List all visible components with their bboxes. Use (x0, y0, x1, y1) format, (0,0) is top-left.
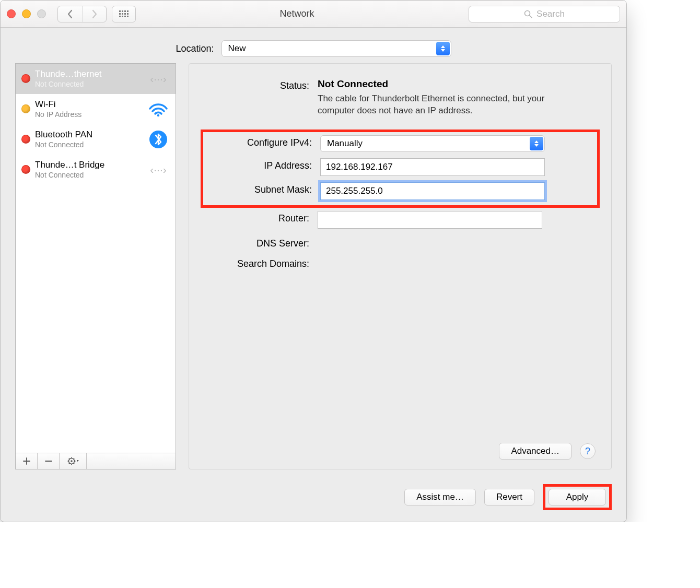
help-icon: ? (585, 446, 590, 457)
ethernet-icon: ‹···› (147, 72, 169, 86)
status-description: The cable for Thunderbolt Ethernet is co… (318, 93, 558, 117)
connection-name: Thunde…t Bridge (35, 160, 142, 170)
assist-me-button[interactable]: Assist me… (404, 489, 476, 505)
nav-segment (57, 6, 107, 22)
subnet-mask-label: Subnet Mask: (207, 182, 312, 195)
minimize-window-button[interactable] (22, 9, 31, 18)
wifi-icon (147, 101, 169, 117)
minus-icon (45, 457, 52, 465)
action-menu-button[interactable] (60, 453, 87, 469)
status-value: Not Connected (318, 78, 596, 90)
location-label: Location: (176, 43, 214, 54)
ip-address-input[interactable] (320, 158, 545, 176)
chevron-left-icon (66, 9, 74, 19)
search-field[interactable]: Search (469, 6, 620, 22)
svg-line-1 (530, 15, 532, 18)
search-domains-label: Search Domains: (205, 256, 309, 269)
status-dot-icon (22, 75, 30, 83)
configure-ipv4-select[interactable]: Manually (320, 135, 545, 152)
gear-icon (67, 457, 79, 465)
bottom-button-bar: Assist me… Revert Apply (1, 476, 626, 522)
dns-label: DNS Server: (205, 236, 309, 249)
updown-caret-icon (530, 137, 543, 150)
ethernet-icon: ‹···› (147, 163, 169, 177)
connection-status: Not Connected (35, 140, 142, 149)
connection-item-bluetooth-pan[interactable]: Bluetooth PAN Not Connected (16, 124, 176, 155)
status-dot-icon (22, 105, 30, 113)
search-icon (524, 10, 532, 18)
apply-button[interactable]: Apply (549, 489, 606, 505)
ip-address-label: IP Address: (207, 158, 312, 171)
connection-name: Bluetooth PAN (35, 130, 142, 140)
subnet-mask-input[interactable] (320, 182, 545, 200)
search-placeholder: Search (536, 9, 565, 19)
status-row: Status: Not Connected The cable for Thun… (205, 78, 596, 117)
detail-panel: Status: Not Connected The cable for Thun… (189, 63, 612, 469)
status-dot-icon (22, 135, 30, 143)
status-dot-icon (22, 166, 30, 173)
svg-point-3 (157, 114, 159, 116)
updown-caret-icon (436, 42, 450, 55)
connection-item-thunderbolt-bridge[interactable]: Thunde…t Bridge Not Connected ‹···› (16, 155, 176, 185)
location-row: Location: New (1, 28, 626, 63)
location-value: New (228, 43, 246, 54)
titlebar: Network Search (1, 1, 626, 28)
grid-icon (119, 10, 129, 17)
revert-button[interactable]: Revert (484, 489, 534, 505)
back-button[interactable] (58, 6, 82, 22)
add-connection-button[interactable] (16, 453, 38, 469)
connection-name: Thunde…thernet (35, 69, 142, 79)
connection-status: Not Connected (35, 80, 142, 88)
chevron-right-icon (91, 9, 98, 19)
connections-list: Thunde…thernet Not Connected ‹···› Wi-Fi… (15, 63, 176, 453)
connection-item-wifi[interactable]: Wi-Fi No IP Address (16, 94, 176, 124)
router-label: Router: (205, 211, 309, 224)
network-prefs-window: Network Search Location: New Thunde…ther… (0, 0, 627, 522)
zoom-window-button[interactable] (37, 9, 46, 18)
remove-connection-button[interactable] (38, 453, 60, 469)
help-button[interactable]: ? (580, 443, 596, 459)
window-controls (7, 9, 46, 18)
ipv4-value: Manually (327, 138, 363, 149)
apply-highlight: Apply (543, 484, 612, 510)
svg-text:‹···›: ‹···› (150, 163, 167, 175)
router-input[interactable] (318, 211, 542, 229)
forward-button[interactable] (82, 6, 106, 22)
connection-name: Wi-Fi (35, 99, 142, 110)
svg-text:‹···›: ‹···› (150, 72, 167, 84)
bluetooth-icon (147, 130, 169, 149)
connection-item-thunderbolt-ethernet[interactable]: Thunde…thernet Not Connected ‹···› (16, 64, 176, 94)
plus-icon (23, 457, 30, 465)
location-select[interactable]: New (221, 40, 451, 57)
show-all-button[interactable] (112, 6, 136, 22)
svg-point-7 (71, 460, 73, 462)
ipv4-label: Configure IPv4: (207, 135, 312, 148)
advanced-button[interactable]: Advanced… (499, 443, 571, 460)
window-title: Network (141, 8, 463, 19)
ipv4-highlight: Configure IPv4: Manually IP Address: (201, 130, 600, 208)
close-window-button[interactable] (7, 9, 16, 18)
status-label: Status: (205, 78, 309, 91)
connection-status: Not Connected (35, 171, 142, 179)
connections-toolbar (15, 453, 176, 469)
connections-sidebar: Thunde…thernet Not Connected ‹···› Wi-Fi… (15, 63, 176, 469)
connection-status: No IP Address (35, 110, 142, 119)
